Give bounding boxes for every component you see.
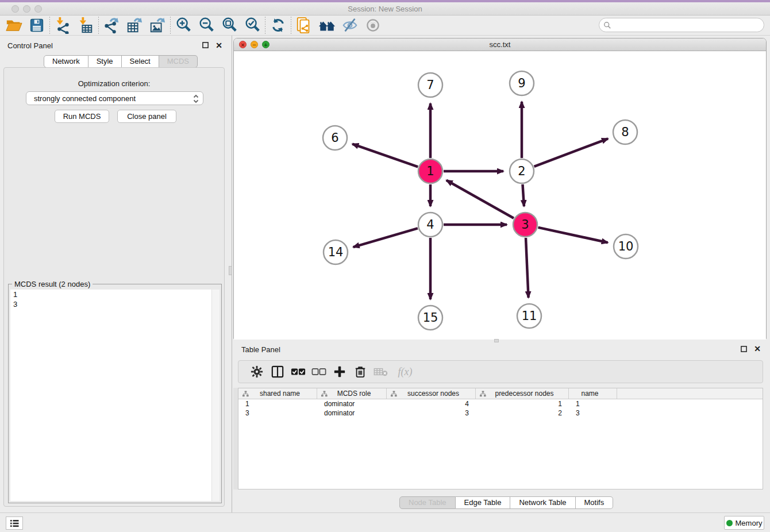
main-toolbar xyxy=(0,16,770,36)
delete-column-button[interactable] xyxy=(350,362,371,381)
tab-edge-table[interactable]: Edge Table xyxy=(456,496,511,509)
show-all-button[interactable] xyxy=(361,16,384,34)
close-panel-button[interactable]: ✕ xyxy=(215,42,222,49)
tab-mcds[interactable]: MCDS xyxy=(159,55,198,68)
titlebar[interactable]: Session: New Session xyxy=(0,2,770,16)
float-panel-button[interactable] xyxy=(202,42,209,49)
graph-node-label-10: 10 xyxy=(618,240,634,253)
zoom-in-button[interactable] xyxy=(172,16,195,34)
save-session-button[interactable] xyxy=(25,16,48,34)
column-header-empty xyxy=(617,388,763,399)
show-column-panel-button[interactable] xyxy=(267,362,288,381)
search-input[interactable] xyxy=(599,18,764,32)
tab-select[interactable]: Select xyxy=(122,55,159,68)
memory-status-icon xyxy=(726,520,733,526)
mcds-result-title: MCDS result (2 nodes) xyxy=(12,280,93,288)
memory-button[interactable]: Memory xyxy=(724,516,764,530)
table-close-button[interactable]: ✕ xyxy=(754,345,761,352)
table-cell: 3 xyxy=(238,408,317,418)
tab-network[interactable]: Network xyxy=(44,55,88,68)
graph-node-label-3: 3 xyxy=(521,218,529,232)
export-network-button[interactable] xyxy=(100,16,123,34)
toolbar-separator xyxy=(291,17,291,34)
export-image-button[interactable] xyxy=(146,16,169,34)
apply-layout-button[interactable] xyxy=(267,16,290,34)
add-column-button[interactable] xyxy=(329,362,350,381)
close-panel-button-mcds[interactable]: Close panel xyxy=(117,110,176,123)
table-row[interactable]: 3dominator323 xyxy=(238,408,763,418)
checked-boxes-icon xyxy=(291,367,306,376)
table-float-button[interactable] xyxy=(741,346,747,353)
optimization-criterion-select[interactable]: strongly connected component xyxy=(26,91,203,105)
table-cell: 1 xyxy=(238,399,317,408)
node-table: shared name MCDS role successor nodes pr… xyxy=(238,388,763,489)
graph-edge-3-1[interactable] xyxy=(446,180,514,218)
list-icon xyxy=(10,519,19,527)
vertical-splitter-grip[interactable] xyxy=(229,266,232,275)
network-canvas[interactable]: 1234678910111415 xyxy=(234,51,766,340)
graph-edge-2-8[interactable] xyxy=(534,138,609,167)
horizontal-splitter-grip[interactable] xyxy=(494,339,499,342)
hierarchy-icon xyxy=(242,391,249,397)
go-home-button[interactable] xyxy=(315,16,338,34)
graph-edge-4-14[interactable] xyxy=(353,228,418,247)
fx-icon: f(x) xyxy=(398,366,413,378)
import-network-button[interactable] xyxy=(51,16,74,34)
eye-icon xyxy=(365,17,381,33)
run-mcds-button[interactable]: Run MCDS xyxy=(55,110,109,123)
table-cell: 1 xyxy=(476,399,569,408)
column-header-mcds-role[interactable]: MCDS role xyxy=(317,388,387,399)
open-folder-icon xyxy=(5,17,22,34)
table-panel-title: Table Panel xyxy=(241,345,280,354)
hierarchy-icon xyxy=(321,391,328,397)
export-table-button[interactable] xyxy=(123,16,146,34)
delete-table-button[interactable] xyxy=(371,362,391,381)
graph-node-label-8: 8 xyxy=(621,125,629,139)
table-row[interactable]: 1dominator411 xyxy=(238,399,763,408)
column-header-name[interactable]: name xyxy=(569,388,617,399)
select-all-columns-button[interactable] xyxy=(288,362,309,381)
copy-network-icon xyxy=(295,17,313,34)
network-window-titlebar[interactable]: × − + scc.txt xyxy=(234,38,766,51)
graph-edge-1-6[interactable] xyxy=(352,144,418,167)
table-left-rail xyxy=(233,388,238,489)
unselect-all-columns-button[interactable] xyxy=(309,362,329,381)
zoom-fit-button[interactable] xyxy=(218,16,241,34)
column-header-predecessor-nodes[interactable]: predecessor nodes xyxy=(476,388,569,399)
hide-selected-button[interactable] xyxy=(338,16,361,34)
column-header-shared-name[interactable]: shared name xyxy=(238,388,317,399)
mcds-result-textarea[interactable]: 1 3 xyxy=(10,290,211,501)
copy-network-button[interactable] xyxy=(292,16,315,34)
tab-network-table[interactable]: Network Table xyxy=(510,496,575,509)
open-session-button[interactable] xyxy=(2,16,25,34)
task-history-button[interactable] xyxy=(6,516,23,530)
mcds-result-line: 3 xyxy=(10,299,211,309)
table-settings-button[interactable] xyxy=(247,362,267,381)
column-header-successor-nodes[interactable]: successor nodes xyxy=(387,388,476,399)
graph-edge-3-11[interactable] xyxy=(526,238,529,298)
tab-motifs[interactable]: Motifs xyxy=(576,496,614,509)
toolbar-separator xyxy=(49,17,50,34)
hierarchy-icon xyxy=(480,391,486,397)
graph-edge-3-10[interactable] xyxy=(538,228,607,242)
table-cell: 3 xyxy=(387,408,476,418)
trash-icon xyxy=(354,365,367,378)
function-builder-button[interactable]: f(x) xyxy=(391,362,419,381)
export-network-icon xyxy=(103,17,120,34)
table-cell: dominator xyxy=(317,408,387,418)
tab-style[interactable]: Style xyxy=(88,55,122,68)
table-type-tabs: Node Table Edge Table Network Table Moti… xyxy=(399,496,613,509)
import-table-button[interactable] xyxy=(74,16,97,34)
zoom-out-button[interactable] xyxy=(195,16,218,34)
optimization-criterion-label: Optimization criterion: xyxy=(4,79,224,88)
close-icon: ✕ xyxy=(754,344,761,353)
tab-node-table[interactable]: Node Table xyxy=(399,496,456,509)
columns-icon xyxy=(271,365,284,378)
graph-edge-2-3[interactable] xyxy=(522,184,523,206)
result-scrollbar[interactable] xyxy=(211,290,220,501)
toolbar-separator xyxy=(98,17,99,34)
zoom-out-icon xyxy=(198,17,215,34)
control-panel-header: Control Panel ✕ xyxy=(0,38,228,54)
zoom-selected-button[interactable] xyxy=(241,16,264,34)
zoom-in-icon xyxy=(175,17,192,34)
